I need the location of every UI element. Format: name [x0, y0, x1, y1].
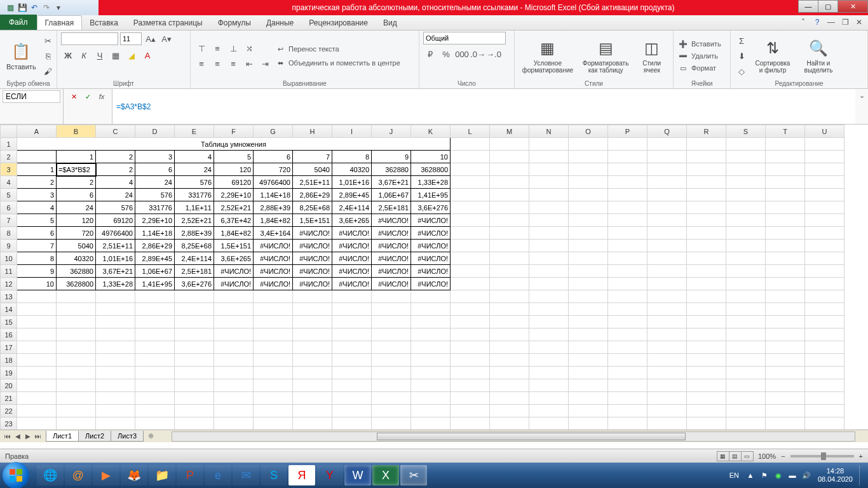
cell[interactable]: 6 — [254, 151, 293, 163]
cut-icon[interactable]: ✂ — [41, 34, 55, 48]
cell[interactable]: #ЧИСЛО! — [332, 240, 372, 252]
cell[interactable] — [490, 201, 529, 214]
column-header[interactable]: L — [451, 125, 490, 138]
cell[interactable] — [569, 417, 608, 430]
cell[interactable] — [687, 354, 726, 367]
cell[interactable]: 2,29E+10 — [135, 214, 175, 227]
cell[interactable] — [490, 240, 529, 252]
cell[interactable] — [608, 201, 648, 214]
cell[interactable] — [490, 227, 529, 240]
cell[interactable] — [17, 367, 57, 379]
column-header[interactable]: Q — [648, 125, 687, 138]
cell[interactable] — [726, 151, 766, 163]
zoom-in-icon[interactable]: + — [859, 452, 863, 460]
cell[interactable] — [411, 392, 451, 405]
cell[interactable]: 2,5E+181 — [372, 201, 411, 214]
lang-indicator[interactable]: EN — [729, 471, 739, 479]
format-table-button[interactable]: ▤Форматировать как таблицу — [580, 37, 632, 75]
cell[interactable] — [451, 265, 490, 278]
cell[interactable] — [135, 379, 175, 392]
cell[interactable]: 4 — [17, 201, 57, 214]
cell[interactable] — [57, 329, 96, 341]
cell[interactable] — [608, 329, 648, 341]
task-snip-icon[interactable]: ✂ — [400, 465, 427, 485]
cell[interactable] — [451, 290, 490, 303]
cell[interactable] — [726, 379, 766, 392]
tray-shield-icon[interactable]: ◉ — [773, 470, 783, 480]
cell[interactable] — [490, 303, 529, 316]
cell[interactable] — [726, 354, 766, 367]
ribbon-tab[interactable]: Вставка — [82, 15, 126, 30]
cell[interactable]: 362880 — [57, 265, 96, 278]
cell[interactable]: 576 — [135, 189, 175, 201]
cell[interactable]: 24 — [135, 176, 175, 189]
sheet-tab[interactable]: Лист1 — [46, 431, 79, 442]
cell[interactable] — [490, 329, 529, 341]
confirm-icon[interactable]: ✓ — [81, 90, 94, 103]
name-box[interactable] — [3, 90, 60, 103]
cell[interactable] — [254, 354, 293, 367]
cell[interactable] — [569, 303, 608, 316]
cell[interactable] — [135, 367, 175, 379]
row-header[interactable]: 15 — [1, 316, 17, 329]
task-mail-icon[interactable]: @ — [65, 465, 92, 485]
cell[interactable] — [687, 176, 726, 189]
cell[interactable] — [529, 189, 569, 201]
border-icon[interactable]: ▦ — [109, 48, 123, 62]
cell[interactable]: 8 — [17, 252, 57, 265]
cell[interactable] — [96, 316, 135, 329]
cell[interactable] — [766, 252, 805, 265]
task-yandex-icon2[interactable]: Y — [316, 465, 343, 485]
cell[interactable] — [569, 201, 608, 214]
task-explorer-icon[interactable]: 📁 — [149, 465, 175, 485]
cell[interactable] — [293, 303, 332, 316]
cell[interactable] — [766, 201, 805, 214]
cell[interactable] — [805, 265, 844, 278]
cell[interactable]: 69120 — [96, 214, 135, 227]
tray-network-icon[interactable]: ▬ — [787, 470, 797, 480]
cell[interactable] — [175, 417, 214, 430]
cell[interactable] — [687, 138, 726, 151]
cell[interactable]: 720 — [254, 163, 293, 176]
column-header[interactable]: U — [805, 125, 844, 138]
cell[interactable] — [372, 405, 411, 417]
cell[interactable]: 1,33E+28 — [96, 278, 135, 290]
cell[interactable] — [451, 392, 490, 405]
cell[interactable] — [608, 379, 648, 392]
cell[interactable] — [766, 176, 805, 189]
align-bottom-icon[interactable]: ⊥ — [226, 41, 240, 55]
cell[interactable]: 3,67E+21 — [372, 176, 411, 189]
cell[interactable] — [293, 367, 332, 379]
percent-icon[interactable]: % — [439, 47, 453, 61]
cell[interactable] — [490, 214, 529, 227]
cell[interactable] — [529, 379, 569, 392]
cell[interactable]: #ЧИСЛО! — [332, 227, 372, 240]
cell[interactable] — [411, 354, 451, 367]
cell[interactable] — [372, 290, 411, 303]
cell[interactable] — [805, 252, 844, 265]
task-outlook-icon[interactable]: ✉ — [233, 465, 259, 485]
clock[interactable]: 14:28 08.04.2020 — [818, 467, 853, 484]
row-header[interactable]: 7 — [1, 214, 17, 227]
cell[interactable] — [726, 278, 766, 290]
cell[interactable] — [529, 392, 569, 405]
cell[interactable]: 1 — [17, 163, 57, 176]
cell[interactable] — [687, 189, 726, 201]
cell[interactable] — [805, 189, 844, 201]
cell[interactable] — [372, 379, 411, 392]
decrease-indent-icon[interactable]: ⇤ — [242, 57, 256, 71]
cell[interactable]: 2,86E+29 — [293, 189, 332, 201]
italic-icon[interactable]: К — [77, 48, 91, 62]
select-all-corner[interactable] — [1, 125, 17, 138]
cell[interactable] — [805, 341, 844, 354]
row-header[interactable]: 23 — [1, 417, 17, 430]
cell[interactable] — [648, 367, 687, 379]
cell[interactable] — [687, 278, 726, 290]
cell[interactable] — [648, 265, 687, 278]
cell[interactable] — [96, 329, 135, 341]
cell[interactable] — [451, 227, 490, 240]
cell[interactable] — [569, 240, 608, 252]
cell[interactable] — [254, 392, 293, 405]
cell[interactable] — [648, 417, 687, 430]
cell[interactable]: 576 — [96, 201, 135, 214]
